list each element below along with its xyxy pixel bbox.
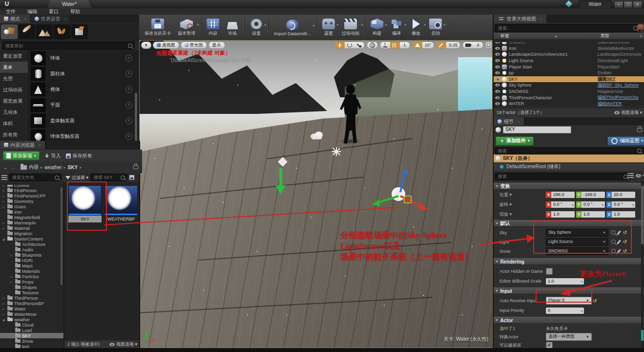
save-all-button[interactable]: 保存所有 <box>66 153 92 159</box>
visibility-eye-icon[interactable] <box>495 53 500 56</box>
tree-item[interactable]: ThirdPerson <box>0 295 63 301</box>
asset-search-input[interactable] <box>93 175 119 180</box>
actor-type[interactable]: Emitter <box>598 70 644 75</box>
tree-item[interactable]: Load <box>0 328 63 333</box>
expander-arrow-icon[interactable] <box>2 205 6 208</box>
rotate-tool-button[interactable] <box>345 42 354 48</box>
lit-mode-button[interactable]: 带光照 <box>181 42 207 49</box>
outliner-row[interactable]: LandscapeGizmoActiveActor1 LandscapeGizm… <box>494 51 644 58</box>
y-value-field[interactable]: 1.0 <box>582 211 605 218</box>
mode-place-button[interactable] <box>1 24 18 39</box>
outliner-row[interactable]: SKY 编辑SKY <box>494 76 644 83</box>
menu-item[interactable]: 帮助 <box>70 8 80 15</box>
rotation-snap-button[interactable] <box>413 42 422 48</box>
can-be-damaged-checkbox[interactable]: ✓ <box>546 342 553 349</box>
rotation-snap-control[interactable]: 10° <box>412 42 435 49</box>
actor-reference-dropdown[interactable]: Light Source▼ <box>546 238 608 246</box>
tree-item[interactable]: Snow <box>0 338 63 344</box>
actor-type[interactable]: StaticMeshActor <box>598 40 644 44</box>
tree-item[interactable]: Materials <box>0 268 63 274</box>
drag-handle-icon[interactable]: ≡ <box>125 55 132 62</box>
viewport-options-button[interactable]: ▾ <box>141 42 151 49</box>
snow-sprite-icon[interactable] <box>331 146 342 157</box>
tab-modes[interactable]: 模式× <box>0 15 31 23</box>
asset-grid[interactable]: SKY WEATHERBP <box>64 182 139 340</box>
outliner-row[interactable]: WATER 编辑WATER <box>494 101 644 107</box>
tree-item[interactable]: Blueprints <box>0 252 63 258</box>
tree-item[interactable]: Props <box>0 279 63 285</box>
expander-arrow-icon[interactable] <box>2 307 6 310</box>
mode-paint-button[interactable] <box>19 24 35 39</box>
class-search-box[interactable] <box>2 42 135 50</box>
visibility-eye-icon[interactable] <box>495 96 500 99</box>
tree-item[interactable]: StarterContent <box>0 236 63 242</box>
section-transform[interactable]: ▾变换 <box>494 183 644 190</box>
placement-item[interactable]: 椎体 ≡ <box>28 82 139 97</box>
asset-tile-sky[interactable]: SKY <box>68 185 102 222</box>
tab-details[interactable]: 细节× <box>494 117 524 126</box>
toolbar-button[interactable]: 设置 ▾ <box>244 17 266 38</box>
outliner-row[interactable]: ThirdPersonCharacter 编辑ThirdPersonCha <box>494 94 644 101</box>
reset-icon[interactable]: ↺ <box>623 230 627 235</box>
convert-actor-dropdown[interactable]: 选择一种类型▼ <box>546 333 592 341</box>
breadcrumb-root[interactable]: 内容 <box>29 164 39 171</box>
component-search-box[interactable] <box>495 147 644 154</box>
tree-item[interactable]: SKY <box>0 333 63 338</box>
visibility-eye-icon[interactable] <box>495 41 500 44</box>
chevron-down-icon[interactable]: ▾ <box>313 24 315 28</box>
section-default[interactable]: ▾默认 <box>494 220 644 227</box>
scale-snap-button[interactable] <box>436 42 446 48</box>
breadcrumb-folder[interactable]: weather <box>44 165 62 170</box>
transform-label[interactable]: 旋转 ▾ <box>494 201 546 208</box>
outliner-row[interactable]: Light Source DirectionalLight <box>494 58 644 64</box>
drag-handle-icon[interactable]: ≡ <box>125 117 132 124</box>
actor-type[interactable]: DirectionalLight <box>598 58 644 63</box>
tree-item[interactable]: Cloud <box>0 322 63 328</box>
browse-icon[interactable] <box>611 230 616 235</box>
tab-world-outliner[interactable]: 世界大纲视图× <box>494 15 547 23</box>
y-value-field[interactable]: -189.0 <box>582 192 605 198</box>
visibility-eye-icon[interactable] <box>495 78 500 81</box>
property-search-input[interactable] <box>497 174 622 179</box>
component-self-row[interactable]: SKY（自身） <box>494 154 644 162</box>
expander-arrow-icon[interactable] <box>2 296 6 300</box>
show-flags-button[interactable]: 显示 <box>208 42 225 49</box>
outliner-view-options-button[interactable]: 视图选项 ▾ <box>614 110 642 116</box>
minimize-button[interactable]: – <box>614 1 623 8</box>
visibility-eye-icon[interactable] <box>495 59 500 62</box>
rotation-snap-value[interactable]: 10° <box>422 42 434 48</box>
x-value-field[interactable]: 296.0 <box>551 192 575 198</box>
label-column-header[interactable]: 标签 <box>500 33 509 39</box>
z-value-field[interactable]: 0.0 ° <box>612 201 635 208</box>
expander-arrow-icon[interactable] <box>2 221 6 224</box>
sources-panel-toggle-icon[interactable] <box>1 175 7 180</box>
close-button[interactable]: × <box>633 1 642 8</box>
menu-item[interactable]: 窗口 <box>49 8 59 15</box>
mode-geometry-button[interactable] <box>71 24 88 39</box>
tree-item[interactable]: HDRI <box>0 258 63 263</box>
type-column-header[interactable]: 类型 <box>601 33 609 39</box>
camera-speed-button[interactable] <box>463 42 473 48</box>
camera-speed-control[interactable]: 4 <box>462 42 483 49</box>
modes-scrollbar[interactable] <box>135 93 137 147</box>
expander-arrow-icon[interactable] <box>2 199 6 203</box>
toolbar-button[interactable]: Import Datasmith... ▾ <box>268 18 314 37</box>
tree-item[interactable]: Maps <box>0 263 63 268</box>
column-filter-icon[interactable]: ≡ <box>640 34 642 39</box>
transform-gizmo[interactable] <box>370 169 434 222</box>
details-scrollbar[interactable] <box>641 181 644 352</box>
asset-tile-weatherbp[interactable]: WEATHERBP <box>104 185 138 222</box>
reset-icon[interactable]: ↺ <box>623 248 627 254</box>
tab-content-browser[interactable]: 内容浏览器× <box>0 141 45 149</box>
viewport-scene[interactable]: 光照需要重建（7未构建 对象） 'DisableAllScreenMessage… <box>140 41 492 348</box>
z-value-field[interactable]: 20.0 <box>612 192 635 198</box>
tree-item[interactable]: Shapes <box>0 285 63 290</box>
edit-blueprint-button[interactable]: 编辑蓝图▾ <box>607 136 644 146</box>
tree-item[interactable]: Architecture <box>0 242 63 247</box>
expander-arrow-icon[interactable] <box>10 280 14 284</box>
expander-arrow-icon[interactable] <box>2 194 6 198</box>
expander-arrow-icon[interactable] <box>2 318 6 321</box>
visibility-eye-icon[interactable] <box>495 90 500 93</box>
scale-snap-control[interactable]: 0.25 <box>436 42 460 49</box>
world-local-toggle[interactable] <box>367 42 378 49</box>
